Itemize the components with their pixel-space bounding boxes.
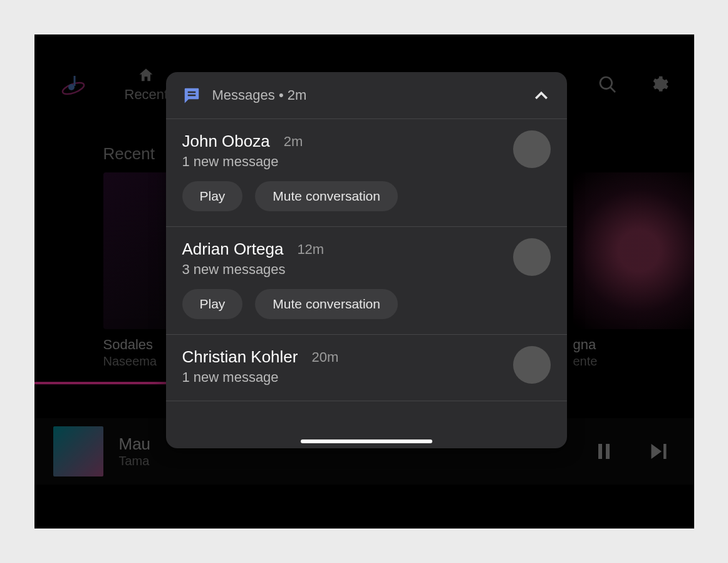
play-button[interactable]: Play	[182, 289, 243, 319]
card-subtitle: ente	[573, 354, 694, 369]
play-button[interactable]: Play	[182, 181, 243, 211]
messages-panel: Messages • 2m John Oboza 2m 1 new messag…	[166, 72, 567, 448]
mute-button[interactable]: Mute conversation	[255, 289, 398, 319]
home-indicator[interactable]	[301, 439, 432, 443]
chevron-up-icon[interactable]	[532, 86, 551, 105]
card-thumb	[573, 172, 694, 329]
tab-recent-label: Recent	[125, 87, 169, 103]
messages-panel-title: Messages • 2m	[212, 87, 521, 103]
top-actions	[598, 75, 669, 95]
svg-point-1	[68, 84, 75, 90]
message-sender: Adrian Ortega	[182, 239, 284, 259]
next-icon[interactable]	[647, 440, 669, 463]
message-sender: Christian Kohler	[182, 347, 298, 367]
avatar	[513, 238, 551, 276]
progress-indicator	[34, 382, 179, 384]
message-subtitle: 1 new message	[182, 369, 551, 386]
messages-panel-header: Messages • 2m	[166, 72, 567, 119]
message-item[interactable]: John Oboza 2m 1 new message Play Mute co…	[166, 119, 567, 227]
app-frame: Recent Recent Sodales Naseema gna	[34, 34, 694, 529]
avatar	[513, 346, 551, 384]
message-sender: John Oboza	[182, 132, 270, 151]
avatar	[513, 130, 551, 168]
chat-icon	[182, 86, 201, 105]
now-playing-subtitle: Tama	[119, 454, 151, 468]
message-time: 20m	[311, 349, 338, 366]
section-title: Recent	[103, 144, 155, 164]
now-playing-controls	[593, 440, 669, 463]
now-playing-meta: Mau Tama	[119, 434, 151, 468]
now-playing-title: Mau	[119, 434, 151, 454]
message-item[interactable]: Adrian Ortega 12m 3 new messages Play Mu…	[166, 227, 567, 335]
tab-recent[interactable]: Recent	[125, 66, 169, 103]
message-time: 2m	[284, 134, 303, 150]
card-item[interactable]: gna ente	[573, 172, 694, 369]
message-time: 12m	[297, 241, 324, 258]
gear-icon[interactable]	[649, 75, 669, 95]
app-logo	[60, 71, 87, 98]
message-subtitle: 3 new messages	[182, 261, 551, 278]
search-icon[interactable]	[598, 75, 618, 95]
home-icon	[137, 66, 155, 84]
message-item[interactable]: Christian Kohler 20m 1 new message	[166, 335, 567, 401]
message-subtitle: 1 new message	[182, 154, 551, 170]
card-title: gna	[573, 337, 694, 353]
pause-icon[interactable]	[593, 440, 615, 463]
mute-button[interactable]: Mute conversation	[255, 181, 398, 211]
now-playing-thumb	[53, 426, 103, 476]
